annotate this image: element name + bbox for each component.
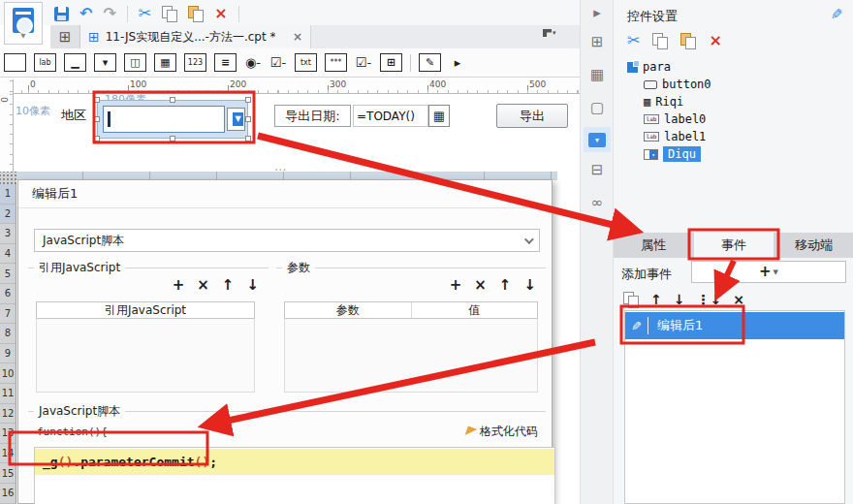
cell-attributes-icon[interactable]: ▦	[581, 68, 614, 82]
number-icon[interactable]: 123	[184, 53, 206, 72]
row-header[interactable]: 15	[0, 463, 16, 484]
frame-icon[interactable]: ▢	[581, 101, 614, 115]
export-button[interactable]: 导出	[496, 104, 568, 128]
date-formula-field[interactable]: =TODAY()	[353, 105, 428, 127]
checkboxgroup-icon[interactable]: ☑-	[269, 53, 287, 72]
row-header[interactable]: 3	[0, 224, 16, 244]
selection-handle[interactable]	[94, 136, 100, 142]
column-header[interactable]: 值	[411, 302, 538, 318]
move-down-icon[interactable]: ↓	[674, 293, 685, 306]
copy-icon[interactable]	[623, 292, 639, 307]
datepicker-icon[interactable]: ▦	[154, 53, 176, 72]
undo-icon[interactable]: ↶	[79, 6, 92, 21]
radiogroup-icon[interactable]: ◉-	[244, 53, 262, 72]
selection-handle[interactable]	[94, 116, 100, 122]
tree-item-label0[interactable]: lablabel0	[627, 110, 840, 128]
textbox-icon[interactable]	[4, 53, 26, 72]
param-table-body[interactable]	[284, 319, 538, 393]
tree-item-Riqi[interactable]: ▦Riqi	[627, 93, 840, 110]
event-list-item[interactable]: ✎ 编辑后1	[625, 312, 844, 339]
tab-移动端[interactable]: 移动端	[774, 233, 853, 258]
cut-icon[interactable]: ✂	[139, 6, 151, 21]
tree-item-button0[interactable]: button0	[627, 76, 840, 93]
ref-js-table-body[interactable]	[36, 319, 255, 393]
template-list-icon[interactable]: ▾	[543, 29, 556, 37]
link-icon[interactable]: ∞	[581, 196, 614, 210]
tree-item-label1[interactable]: lablabel1	[627, 128, 840, 145]
selection-handle[interactable]	[245, 116, 251, 122]
code-editor[interactable]: _g().parameterCommit();	[34, 447, 555, 504]
sheet-corner-cell[interactable]	[0, 172, 16, 184]
delete-icon[interactable]: ×	[474, 278, 487, 293]
selection-handle[interactable]	[170, 97, 175, 103]
column-header[interactable]: 引用JavaScript	[37, 302, 254, 318]
selection-handle[interactable]	[245, 136, 251, 142]
move-down-icon[interactable]: ↓	[523, 278, 536, 293]
row-header[interactable]: 13	[0, 424, 16, 444]
cut-icon[interactable]: ✂	[627, 33, 640, 48]
combobox-input[interactable]	[103, 106, 225, 133]
format-code-button[interactable]: 格式化代码	[466, 424, 538, 440]
selection-handle[interactable]	[245, 97, 251, 103]
textfield-icon[interactable]: ▁	[64, 53, 86, 72]
add-event-button[interactable]: + ▼	[691, 261, 846, 283]
redo-icon[interactable]: ↷	[103, 6, 115, 21]
calendar-icon[interactable]: ▦	[428, 105, 450, 127]
delete-icon[interactable]: ×	[709, 33, 721, 48]
document-tab[interactable]: ⊞ 11-JS实现自定义...-方法一.cpt * ×	[80, 25, 311, 48]
report-blocks-icon[interactable]: ⊞	[581, 35, 614, 49]
row-header[interactable]: 10	[0, 363, 16, 384]
event-type-select[interactable]: JavaScript脚本	[34, 229, 540, 252]
copy-icon[interactable]	[162, 6, 177, 21]
tree-item-Diqu[interactable]: Diqu	[627, 145, 840, 163]
move-up-icon[interactable]: ↑	[650, 293, 662, 306]
row-header[interactable]: 6	[0, 284, 16, 304]
row-header[interactable]: 9	[0, 344, 16, 364]
row-header[interactable]: 7	[0, 304, 16, 325]
copy-icon[interactable]	[652, 33, 668, 48]
row-header[interactable]: 1	[0, 184, 16, 205]
row-header[interactable]: 14	[0, 444, 16, 464]
row-header[interactable]: 5	[0, 264, 16, 284]
selected-combobox-widget[interactable]: ▼	[97, 100, 248, 139]
row-header[interactable]: 16	[0, 484, 16, 504]
combobox-dropdown-icon[interactable]: ▼	[227, 108, 245, 131]
selection-handle[interactable]	[170, 136, 175, 142]
checkbox-icon[interactable]: ☑-	[355, 53, 372, 72]
label-icon[interactable]: lab	[34, 53, 56, 72]
more-icon[interactable]: ▸	[449, 53, 466, 72]
row-header[interactable]: 4	[0, 244, 16, 265]
move-up-icon[interactable]: ↑	[222, 278, 235, 293]
tab-属性[interactable]: 属性	[614, 233, 694, 258]
event-list[interactable]: ✎ 编辑后1	[624, 310, 845, 504]
tab-事件[interactable]: 事件	[694, 233, 774, 258]
tree-icon[interactable]: ⊞	[380, 53, 402, 72]
combocheck-icon[interactable]: ◫	[124, 53, 146, 72]
row-header[interactable]: 11	[0, 384, 16, 404]
collapse-icon[interactable]: ▸	[581, 6, 614, 20]
password-icon[interactable]: ***	[325, 53, 347, 72]
add-icon[interactable]: +	[450, 278, 462, 293]
widget-edit-icon[interactable]: ✎	[419, 53, 441, 72]
row-header[interactable]: 8	[0, 324, 16, 344]
column-header[interactable]: 参数	[285, 302, 411, 318]
paste-icon[interactable]	[680, 33, 696, 48]
richtext-icon[interactable]: ≡	[214, 53, 237, 72]
paste-icon[interactable]	[188, 6, 204, 21]
close-tab-icon[interactable]: ×	[293, 30, 302, 44]
layers-icon[interactable]: ⊟	[581, 163, 614, 177]
row-header[interactable]: 2	[0, 205, 16, 225]
delete-icon[interactable]: ×	[733, 293, 744, 306]
row-header[interactable]: 12	[0, 404, 16, 425]
code-text[interactable]: _g().parameterCommit();	[35, 455, 217, 469]
form-canvas[interactable]: 180像素 10像素 地区 ▼ 导出日期: =TODAY() ▦ 导出	[14, 94, 580, 173]
delete-icon[interactable]: ×	[197, 278, 209, 293]
edit-pen-icon[interactable]: ✎	[831, 6, 843, 23]
sort-icon[interactable]: ⋮↓	[696, 293, 721, 306]
selection-handle[interactable]	[94, 97, 100, 103]
delete-icon[interactable]: ×	[214, 6, 227, 21]
move-up-icon[interactable]: ↑	[499, 278, 512, 293]
widget-settings-icon[interactable]: ▾	[584, 127, 611, 152]
combobox-icon[interactable]: ▾	[94, 53, 116, 72]
tree-item-para[interactable]: para	[627, 58, 840, 76]
